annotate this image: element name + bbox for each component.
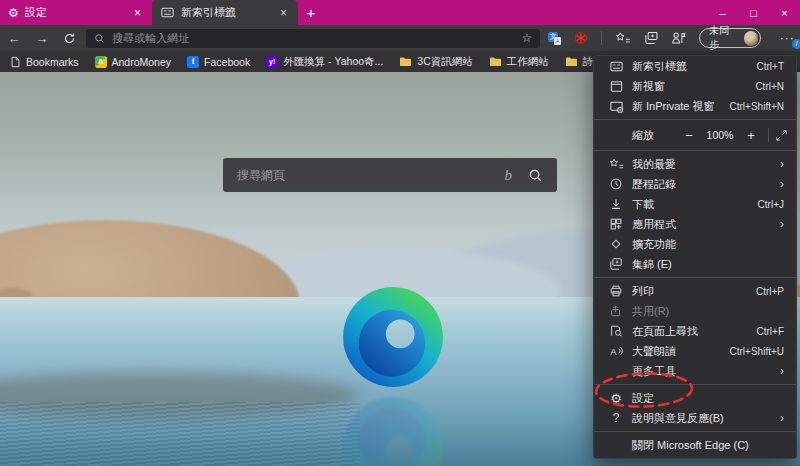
new-tab-page-icon: [160, 5, 175, 20]
address-bar[interactable]: 搜尋或輸入網址 ☆: [86, 29, 540, 48]
bookmark-folder[interactable]: 工作網站: [489, 55, 549, 69]
bing-icon: b: [505, 167, 513, 184]
shortcut: Ctrl+N: [755, 81, 784, 92]
back-button[interactable]: ←: [0, 31, 28, 46]
translate-extension-icon[interactable]: 文A: [548, 32, 561, 45]
titlebar: ⚙ 設定 × 新索引標籤 × + – □ ×: [0, 0, 800, 25]
tab-settings[interactable]: ⚙ 設定 ×: [0, 0, 152, 25]
add-favorite-star-icon[interactable]: ☆: [522, 31, 533, 45]
menu-item-favorites[interactable]: 我的最愛 ›: [594, 154, 796, 174]
zoom-level: 100%: [702, 129, 738, 141]
menu-item-settings[interactable]: ⚙ 設定: [594, 388, 796, 408]
address-placeholder: 搜尋或輸入網址: [112, 31, 514, 46]
profile-button[interactable]: 未同步: [699, 28, 761, 48]
menu-separator: [594, 431, 796, 432]
gear-icon: ⚙: [610, 392, 622, 405]
shortcut: Ctrl+J: [758, 199, 784, 210]
refresh-button[interactable]: [56, 32, 84, 45]
menu-item-more-tools[interactable]: 更多工具 ›: [594, 361, 796, 381]
extensions-icon: [609, 237, 623, 251]
menu-item-new-tab[interactable]: 新索引標籤 Ctrl+T: [594, 56, 796, 76]
shared-links-icon[interactable]: [671, 31, 686, 45]
read-aloud-icon: A: [609, 344, 623, 358]
browser-window: ⚙ 設定 × 新索引標籤 × + – □ × ← →: [0, 0, 800, 466]
bookmark-item[interactable]: A AndroMoney: [95, 56, 172, 68]
edge-logo-reflection: [341, 395, 445, 466]
gear-icon: ⚙: [8, 7, 19, 19]
maximize-button[interactable]: □: [738, 0, 769, 25]
favorites-icon: [609, 157, 624, 171]
bookmark-item[interactable]: Bookmarks: [10, 56, 79, 68]
shortcut: Ctrl+P: [756, 286, 784, 297]
web-search-box[interactable]: 搜尋網頁 b: [223, 158, 557, 192]
shortcut: Ctrl+F: [757, 326, 785, 337]
zoom-in-button[interactable]: +: [740, 128, 762, 143]
bookmark-item[interactable]: f Facebook: [187, 56, 250, 68]
menu-item-history[interactable]: 歷程記錄 ›: [594, 174, 796, 194]
svg-text:A: A: [610, 346, 617, 357]
fullscreen-icon[interactable]: [775, 129, 788, 142]
menu-item-apps[interactable]: 應用程式 ›: [594, 214, 796, 234]
forward-button[interactable]: →: [28, 31, 56, 46]
toolbar: ← → 搜尋或輸入網址 ☆ 文A: [0, 25, 800, 51]
tab-close-icon[interactable]: ×: [131, 6, 144, 20]
menu-item-downloads[interactable]: 下載 Ctrl+J: [594, 194, 796, 214]
find-icon: [609, 324, 623, 338]
settings-and-more-button[interactable]: ··· i: [774, 31, 800, 45]
shortcut: Ctrl+Shift+U: [730, 346, 784, 357]
chevron-right-icon: ›: [780, 157, 784, 171]
folder-icon: [565, 56, 578, 67]
menu-item-find-on-page[interactable]: 在頁面上尋找 Ctrl+F: [594, 321, 796, 341]
settings-and-more-menu: 新索引標籤 Ctrl+T 新視窗 Ctrl+N 新 InPrivate 視窗 C…: [593, 55, 797, 459]
window-controls: – □ ×: [707, 0, 800, 25]
toolbar-icons: 文A 未同步: [548, 28, 800, 48]
collections-icon[interactable]: [644, 31, 659, 45]
menu-item-close-edge[interactable]: 關閉 Microsoft Edge (C): [594, 435, 796, 455]
menu-item-new-window[interactable]: 新視窗 Ctrl+N: [594, 76, 796, 96]
menu-separator: [594, 384, 796, 385]
folder-icon: [489, 56, 502, 67]
menu-item-print[interactable]: 列印 Ctrl+P: [594, 281, 796, 301]
yahoo-icon: y!: [266, 56, 278, 68]
toolbar-divider: [601, 31, 602, 45]
menu-item-extensions[interactable]: 擴充功能: [594, 234, 796, 254]
page-icon: [10, 56, 21, 68]
sync-status-label: 未同步: [709, 24, 738, 52]
menu-item-read-aloud[interactable]: A 大聲朗讀 Ctrl+Shift+U: [594, 341, 796, 361]
edge-logo: [341, 285, 445, 389]
menu-item-new-inprivate[interactable]: 新 InPrivate 視窗 Ctrl+Shift+N: [594, 96, 796, 116]
facebook-icon: f: [187, 56, 199, 68]
chevron-right-icon: ›: [780, 177, 784, 191]
tab-label: 新索引標籤: [181, 5, 271, 20]
menu-separator: [594, 277, 796, 278]
window-icon: [609, 79, 624, 94]
chevron-right-icon: ›: [780, 217, 784, 231]
bookmark-item[interactable]: y! 外匯換算 - Yahoo奇...: [266, 55, 383, 69]
tab-label: 設定: [25, 5, 125, 20]
tab-new-tab-page[interactable]: 新索引標籤 ×: [152, 0, 298, 25]
bookmark-folder[interactable]: 3C資訊網站: [399, 55, 472, 69]
menu-item-zoom: 縮放 − 100% +: [594, 123, 796, 147]
new-tab-button[interactable]: +: [298, 0, 324, 25]
refresh-icon: [63, 32, 76, 45]
search-placeholder: 搜尋網頁: [237, 167, 489, 184]
favorites-bar-icon[interactable]: [615, 31, 631, 45]
search-icon: [94, 33, 105, 44]
new-tab-icon: [609, 59, 624, 74]
chevron-right-icon: ›: [780, 364, 784, 378]
blocker-extension-icon[interactable]: [574, 31, 588, 45]
folder-icon: [399, 56, 412, 67]
shortcut: Ctrl+T: [757, 61, 785, 72]
menu-separator: [594, 150, 796, 151]
minimize-button[interactable]: –: [707, 0, 738, 25]
tab-close-icon[interactable]: ×: [277, 6, 290, 20]
notification-badge: i: [792, 39, 800, 49]
close-button[interactable]: ×: [769, 0, 800, 25]
zoom-out-button[interactable]: −: [678, 128, 700, 143]
menu-item-help-feedback[interactable]: ? 說明與意見反應(B) ›: [594, 408, 796, 428]
search-icon[interactable]: [528, 168, 543, 183]
menu-item-collections[interactable]: 集錦 (E): [594, 254, 796, 274]
andromoney-icon: A: [95, 56, 107, 68]
shortcut: Ctrl+Shift+N: [730, 101, 784, 112]
apps-icon: [609, 217, 623, 231]
